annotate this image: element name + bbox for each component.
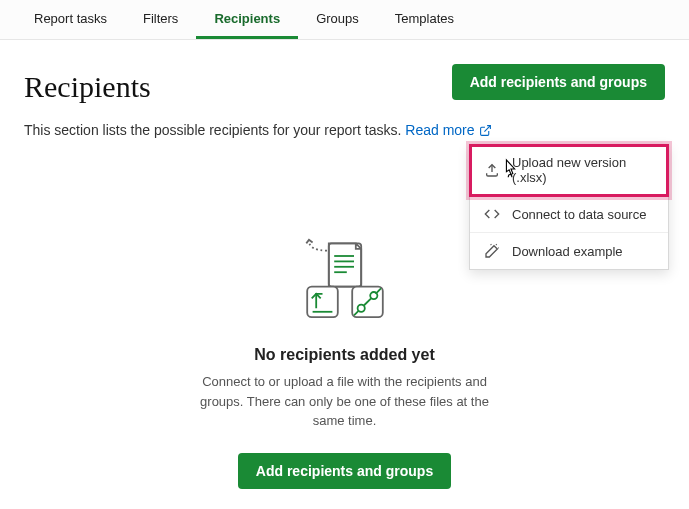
menu-download-label: Download example [512, 244, 623, 259]
menu-connect-data-source[interactable]: Connect to data source [470, 196, 668, 233]
tab-filters[interactable]: Filters [125, 1, 196, 39]
wand-icon [484, 243, 500, 259]
empty-body: Connect to or upload a file with the rec… [195, 372, 495, 431]
empty-illustration-icon [280, 238, 410, 328]
upload-icon [484, 162, 500, 178]
tab-recipients[interactable]: Recipients [196, 1, 298, 39]
add-recipients-button[interactable]: Add recipients and groups [452, 64, 665, 100]
page-subtitle: This section lists the possible recipien… [24, 122, 401, 138]
empty-heading: No recipients added yet [254, 346, 435, 364]
page-subtitle-row: This section lists the possible recipien… [24, 122, 665, 138]
menu-download-example[interactable]: Download example [470, 233, 668, 269]
svg-rect-1 [328, 243, 360, 286]
tab-templates[interactable]: Templates [377, 1, 472, 39]
code-icon [484, 206, 500, 222]
menu-upload-new-version[interactable]: Upload new version (.xlsx) [470, 145, 668, 196]
read-more-link[interactable]: Read more [405, 122, 491, 138]
empty-state: No recipients added yet Connect to or up… [24, 238, 665, 489]
menu-connect-label: Connect to data source [512, 207, 646, 222]
add-menu-dropdown: Upload new version (.xlsx) Connect to da… [469, 144, 669, 270]
external-link-icon [479, 124, 492, 137]
page-body: Recipients Add recipients and groups Thi… [0, 40, 689, 489]
svg-line-0 [484, 125, 490, 131]
add-recipients-button-bottom[interactable]: Add recipients and groups [238, 453, 451, 489]
tab-groups[interactable]: Groups [298, 1, 377, 39]
tab-report-tasks[interactable]: Report tasks [16, 1, 125, 39]
page-title: Recipients [24, 70, 151, 104]
read-more-label: Read more [405, 122, 474, 138]
menu-upload-label: Upload new version (.xlsx) [512, 155, 654, 185]
nav-tabs: Report tasks Filters Recipients Groups T… [0, 0, 689, 40]
